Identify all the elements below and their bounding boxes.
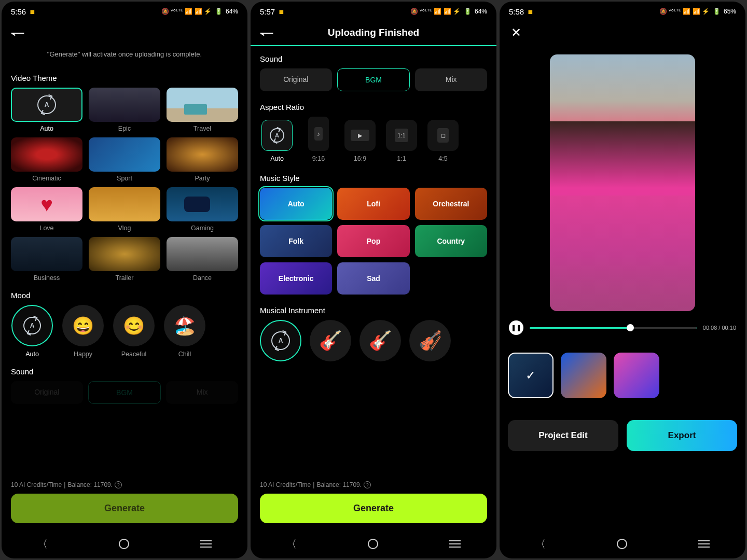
- nav-recents-icon[interactable]: [698, 540, 710, 548]
- sound-bgm[interactable]: BGM: [88, 381, 161, 404]
- mood-happy[interactable]: 😄Happy: [62, 305, 104, 358]
- back-button[interactable]: ↽: [10, 25, 25, 41]
- aspect-11[interactable]: 1:11:1: [384, 120, 419, 162]
- theme-label: Trailer: [116, 274, 134, 282]
- nav-recents-icon[interactable]: [449, 540, 461, 548]
- theme-label: Vlog: [118, 225, 131, 232]
- instrument-violin[interactable]: 🎻: [409, 320, 451, 361]
- instrument-auto[interactable]: A: [260, 320, 301, 361]
- seek-knob[interactable]: [627, 324, 634, 331]
- music-sad[interactable]: Sad: [337, 262, 409, 295]
- instrument-acoustic[interactable]: 🎸: [310, 320, 351, 361]
- status-indicators: 🔕 ᵛᵒᴸᵀᴱ 📶 📶 ⚡: [161, 8, 212, 15]
- nav-recents-icon[interactable]: [200, 540, 212, 548]
- sound-mix[interactable]: Mix: [415, 68, 487, 91]
- theme-trailer[interactable]: Trailer: [89, 237, 160, 282]
- sound-row-s1: Original BGM Mix: [11, 381, 238, 404]
- music-auto[interactable]: Auto: [260, 188, 332, 220]
- aspect-auto[interactable]: AAuto: [260, 120, 294, 162]
- battery-icon: 🔋: [713, 8, 721, 15]
- seek-track[interactable]: [530, 327, 697, 329]
- help-icon[interactable]: ?: [115, 481, 122, 488]
- theme-party[interactable]: Party: [167, 137, 238, 182]
- aspect-45[interactable]: ◻4:5: [426, 120, 460, 162]
- theme-dance[interactable]: Dance: [167, 237, 238, 282]
- binance-icon: ◆: [526, 6, 536, 16]
- export-button[interactable]: Export: [627, 420, 737, 451]
- music-pop[interactable]: Pop: [337, 225, 409, 257]
- mood-label: Mood: [11, 291, 238, 300]
- nav-back-icon[interactable]: 〈: [37, 537, 48, 551]
- sound-original[interactable]: Original: [260, 68, 332, 91]
- clock: 5:58: [509, 7, 524, 16]
- music-orchestral[interactable]: Orchestral: [415, 188, 487, 220]
- theme-travel[interactable]: Travel: [167, 88, 238, 132]
- pause-button[interactable]: ❚❚: [509, 320, 523, 335]
- check-icon: ✓: [509, 354, 552, 397]
- nav-home-icon[interactable]: [368, 539, 378, 549]
- playback-bar: ❚❚ 00:08 / 00:10: [509, 320, 736, 335]
- mood-chill[interactable]: 🏖️Chill: [163, 305, 206, 358]
- aspect-169[interactable]: ▶16:9: [343, 120, 377, 162]
- binance-icon: ◆: [277, 6, 287, 16]
- header: ↽ Uploading Finished: [251, 19, 496, 45]
- theme-cinematic[interactable]: Cinematic: [11, 137, 82, 182]
- nav-back-icon[interactable]: 〈: [535, 537, 546, 551]
- theme-epic[interactable]: Epic: [89, 88, 160, 132]
- nav-home-icon[interactable]: [119, 539, 129, 549]
- back-button[interactable]: ↽: [259, 25, 274, 41]
- close-button[interactable]: ✕: [508, 25, 524, 40]
- music-electronic[interactable]: Electronic: [260, 262, 332, 295]
- music-country[interactable]: Country: [415, 225, 487, 257]
- theme-auto[interactable]: AAuto: [11, 88, 82, 132]
- generate-button[interactable]: Generate: [260, 494, 487, 523]
- theme-label: Travel: [193, 125, 211, 132]
- battery-icon: 🔋: [215, 8, 223, 15]
- header: ✕: [500, 19, 745, 45]
- theme-business[interactable]: Business: [11, 237, 82, 282]
- android-navbar: 〈: [251, 529, 496, 558]
- theme-vlog[interactable]: Vlog: [89, 187, 160, 232]
- mood-peaceful[interactable]: 😊Peaceful: [113, 305, 155, 358]
- generate-button[interactable]: Generate: [11, 494, 238, 523]
- screen-2: 5:57◆ 🔕 ᵛᵒᴸᵀᴱ 📶 📶 ⚡🔋64% ↽ Uploading Fini…: [251, 2, 496, 558]
- sound-bgm[interactable]: BGM: [337, 68, 410, 91]
- project-edit-button[interactable]: Project Edit: [508, 420, 618, 451]
- music-grid: AutoLofiOrchestralFolkPopCountryElectron…: [260, 188, 487, 295]
- instrument-row: A🎸🎸🎻: [260, 320, 487, 361]
- video-preview[interactable]: [550, 54, 695, 311]
- battery-pct: 64%: [475, 8, 487, 15]
- nav-home-icon[interactable]: [617, 539, 627, 549]
- result-thumbnails: ✓: [508, 353, 737, 398]
- aspect-916[interactable]: ♪9:16: [301, 117, 336, 162]
- status-bar: 5:57◆ 🔕 ᵛᵒᴸᵀᴱ 📶 📶 ⚡🔋64%: [251, 2, 496, 19]
- android-navbar: 〈: [2, 529, 247, 558]
- binance-icon: ◆: [28, 6, 38, 16]
- instrument-electric[interactable]: 🎸: [359, 320, 401, 361]
- result-thumb-1[interactable]: [561, 353, 606, 398]
- result-thumb-2[interactable]: [614, 353, 659, 398]
- nav-back-icon[interactable]: 〈: [286, 537, 297, 551]
- sound-mix[interactable]: Mix: [166, 381, 238, 404]
- theme-label: Sport: [117, 175, 132, 182]
- header: ↽: [2, 19, 247, 45]
- theme-label: Gaming: [191, 225, 214, 232]
- theme-love[interactable]: Love: [11, 187, 82, 232]
- sound-original[interactable]: Original: [11, 381, 83, 404]
- music-lofi[interactable]: Lofi: [337, 188, 409, 220]
- aspect-ratio-label: Aspect Ratio: [260, 103, 487, 111]
- music-style-label: Music Style: [260, 174, 487, 183]
- help-icon[interactable]: ?: [364, 481, 371, 488]
- instrument-label: Musical Instrument: [260, 306, 487, 315]
- music-folk[interactable]: Folk: [260, 225, 332, 257]
- time-display: 00:08 / 00:10: [703, 325, 736, 331]
- sound-row-s2: Original BGM Mix: [260, 68, 487, 91]
- mood-auto[interactable]: AAuto: [11, 305, 53, 358]
- result-thumb-0[interactable]: ✓: [508, 353, 554, 398]
- theme-sport[interactable]: Sport: [89, 137, 160, 182]
- battery-pct: 65%: [724, 8, 736, 15]
- credits-info: 10 AI Credits/Time| Balance: 11709. ?: [11, 478, 238, 492]
- theme-gaming[interactable]: Gaming: [167, 187, 238, 232]
- theme-label: Business: [34, 274, 60, 282]
- theme-grid: AAutoEpicTravelCinematicSportPartyLoveVl…: [11, 88, 238, 282]
